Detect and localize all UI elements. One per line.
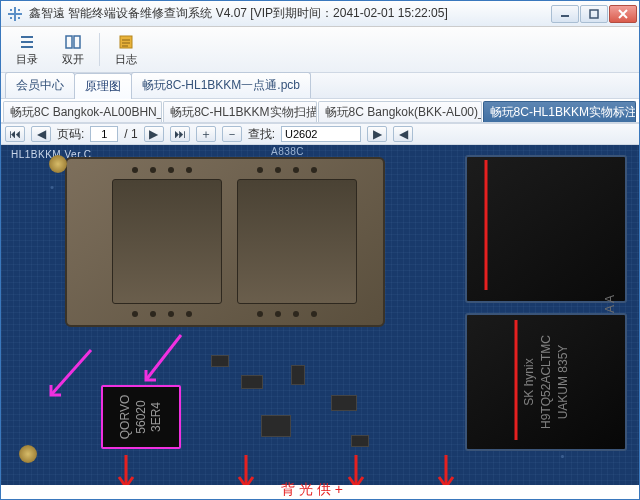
svg-rect-5 [18,17,20,19]
dualview-label: 双开 [62,52,84,67]
prev-page-button[interactable]: ◀ [31,126,51,142]
log-icon [117,33,135,51]
tab-pcb-file[interactable]: 畅玩8C-HL1BKKM一点通.pcb [131,72,311,98]
find-prev-button[interactable]: ◀ [393,126,413,142]
doc-tab-label: 畅玩8C Bangkok(BKK-AL00)_电路... [325,104,482,121]
window-title: 鑫智遠 智能终端设备维修查询系统 V4.07 [VIP到期时间：2041-02-… [27,5,551,22]
chip-qorvo: QORVO560203ER4 [101,385,181,449]
document-viewport[interactable]: HL1BKKM Ver.C A838C LCOMM 1632 -AA SK hy… [1,145,639,499]
sim-shield [65,157,385,327]
svg-rect-3 [18,9,20,11]
annotation-text: 背 光 供 + [281,481,343,499]
pcb-image: HL1BKKM Ver.C A838C LCOMM 1632 -AA SK hy… [1,145,639,499]
close-button[interactable] [609,5,637,23]
log-label: 日志 [115,52,137,67]
last-page-button[interactable]: ⏭ [170,126,190,142]
svg-rect-4 [10,17,12,19]
page-nav-bar: ⏮ ◀ 页码: / 1 ▶ ⏭ ＋ － 查找: ▶ ◀ [1,123,639,145]
doc-tab-3[interactable]: 畅玩8C-HL1BKKM实物标注图.pdf✕ [483,101,636,122]
annotation-arrow [496,320,536,450]
svg-rect-14 [74,36,80,48]
document-tab-bar: 畅玩8C Bangkok-AL00BHN_器件...✕ 畅玩8C-HL1BKKM… [1,99,639,123]
page-input[interactable] [90,126,118,142]
pcb-serial-label: A838C [271,146,304,157]
svg-line-20 [146,335,181,380]
svg-line-19 [51,350,91,395]
screw-hole [19,445,37,463]
zoom-out-button[interactable]: － [222,126,242,142]
title-bar: 鑫智遠 智能终端设备维修查询系统 V4.07 [VIP到期时间：2041-02-… [1,1,639,27]
toolbar: 目录 双开 日志 [1,27,639,73]
catalog-tool[interactable]: 目录 [5,29,49,70]
next-page-button[interactable]: ▶ [144,126,164,142]
doc-tab-label: 畅玩8C Bangkok-AL00BHN_器件... [10,104,162,121]
annotation-arrow [41,345,101,405]
app-icon [7,6,23,22]
catalog-label: 目录 [16,52,38,67]
separator [99,33,100,66]
primary-tab-bar: 会员中心 原理图 畅玩8C-HL1BKKM一点通.pcb [1,73,639,99]
doc-tab-0[interactable]: 畅玩8C Bangkok-AL00BHN_器件...✕ [3,101,162,122]
minimize-button[interactable] [551,5,579,23]
doc-tab-label: 畅玩8C-HL1BKKM实物标注图.pdf [490,104,636,121]
screw-hole [49,155,67,173]
svg-rect-7 [590,10,598,18]
tab-schematic[interactable]: 原理图 [74,73,132,99]
page-label: 页码: [57,126,84,143]
find-next-button[interactable]: ▶ [367,126,387,142]
svg-rect-1 [8,13,22,15]
first-page-button[interactable]: ⏮ [5,126,25,142]
dualview-tool[interactable]: 双开 [51,29,95,70]
list-icon [18,33,36,51]
doc-tab-2[interactable]: 畅玩8C Bangkok(BKK-AL00)_电路...✕ [318,101,482,122]
svg-rect-13 [66,36,72,48]
doc-tab-1[interactable]: 畅玩8C-HL1BKKM实物扫描图.pdf✕ [163,101,316,122]
log-tool[interactable]: 日志 [104,29,148,70]
svg-rect-2 [10,9,12,11]
chip-skhynix: SK hynixH9TQ52ACLTMCUAKUM 835Y [465,313,627,451]
zoom-in-button[interactable]: ＋ [196,126,216,142]
annotation-arrow [466,160,506,300]
columns-icon [64,33,82,51]
annotation-arrow [131,330,191,390]
tab-member-center[interactable]: 会员中心 [5,72,75,98]
find-label: 查找: [248,126,275,143]
find-input[interactable] [281,126,361,142]
doc-tab-label: 畅玩8C-HL1BKKM实物扫描图.pdf [170,104,316,121]
page-total: / 1 [124,127,137,141]
maximize-button[interactable] [580,5,608,23]
